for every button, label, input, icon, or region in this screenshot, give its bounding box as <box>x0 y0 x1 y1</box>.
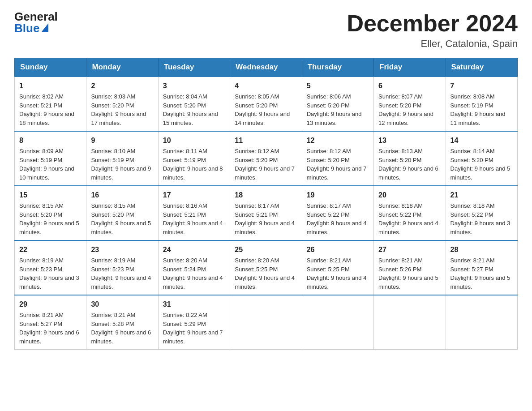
daylight-label: Daylight: 9 hours and 17 minutes. <box>91 111 146 126</box>
sunset-label: Sunset: 5:20 PM <box>163 102 206 109</box>
logo-triangle-icon <box>41 23 48 32</box>
sunset-label: Sunset: 5:27 PM <box>450 266 493 273</box>
empty-cell-w4-d4 <box>302 295 373 350</box>
sunrise-label: Sunrise: 8:21 AM <box>19 312 64 318</box>
day-number: 7 <box>450 81 513 91</box>
day-info: Sunrise: 8:17 AM Sunset: 5:22 PM Dayligh… <box>307 201 369 236</box>
day-info: Sunrise: 8:06 AM Sunset: 5:20 PM Dayligh… <box>307 92 369 127</box>
daylight-label: Daylight: 9 hours and 18 minutes. <box>19 111 74 126</box>
day-info: Sunrise: 8:21 AM Sunset: 5:27 PM Dayligh… <box>450 256 513 291</box>
sunrise-label: Sunrise: 8:08 AM <box>450 93 495 100</box>
day-number: 2 <box>91 81 153 91</box>
header-wednesday: Wednesday <box>230 58 302 77</box>
day-info: Sunrise: 8:21 AM Sunset: 5:26 PM Dayligh… <box>378 256 441 291</box>
day-cell-26: 26 Sunrise: 8:21 AM Sunset: 5:25 PM Dayl… <box>302 240 373 295</box>
day-number: 30 <box>91 299 153 310</box>
sunset-label: Sunset: 5:22 PM <box>450 211 493 218</box>
sunset-label: Sunset: 5:20 PM <box>378 157 421 163</box>
sunrise-label: Sunrise: 8:20 AM <box>163 257 207 264</box>
day-info: Sunrise: 8:02 AM Sunset: 5:21 PM Dayligh… <box>19 92 82 127</box>
header-friday: Friday <box>374 58 446 77</box>
daylight-label: Daylight: 9 hours and 5 minutes. <box>450 274 511 290</box>
day-cell-29: 29 Sunrise: 8:21 AM Sunset: 5:27 PM Dayl… <box>15 295 86 350</box>
day-number: 26 <box>307 244 369 255</box>
sunrise-label: Sunrise: 8:06 AM <box>307 93 351 100</box>
day-cell-14: 14 Sunrise: 8:14 AM Sunset: 5:20 PM Dayl… <box>446 131 517 186</box>
day-number: 5 <box>307 81 369 91</box>
day-cell-12: 12 Sunrise: 8:12 AM Sunset: 5:20 PM Dayl… <box>302 131 373 186</box>
day-info: Sunrise: 8:21 AM Sunset: 5:28 PM Dayligh… <box>91 311 153 346</box>
week-row-1: 1 Sunrise: 8:02 AM Sunset: 5:21 PM Dayli… <box>15 77 518 131</box>
day-number: 22 <box>19 244 82 255</box>
day-info: Sunrise: 8:19 AM Sunset: 5:23 PM Dayligh… <box>91 256 153 291</box>
sunset-label: Sunset: 5:23 PM <box>91 266 134 273</box>
daylight-label: Daylight: 9 hours and 3 minutes. <box>19 274 79 290</box>
sunrise-label: Sunrise: 8:09 AM <box>19 148 64 154</box>
day-number: 12 <box>307 135 369 146</box>
header-saturday: Saturday <box>446 58 517 77</box>
daylight-label: Daylight: 9 hours and 4 minutes. <box>235 274 295 290</box>
daylight-label: Daylight: 9 hours and 6 minutes. <box>19 329 79 345</box>
day-info: Sunrise: 8:04 AM Sunset: 5:20 PM Dayligh… <box>163 92 225 127</box>
day-number: 31 <box>163 299 225 310</box>
day-cell-15: 15 Sunrise: 8:15 AM Sunset: 5:20 PM Dayl… <box>15 186 86 240</box>
day-info: Sunrise: 8:08 AM Sunset: 5:19 PM Dayligh… <box>450 92 513 127</box>
header-sunday: Sunday <box>15 58 86 77</box>
empty-cell-w4-d3 <box>230 295 302 350</box>
day-info: Sunrise: 8:07 AM Sunset: 5:20 PM Dayligh… <box>378 92 441 127</box>
sunset-label: Sunset: 5:25 PM <box>307 266 350 273</box>
day-number: 20 <box>378 190 441 201</box>
day-info: Sunrise: 8:12 AM Sunset: 5:20 PM Dayligh… <box>235 147 297 182</box>
sunrise-label: Sunrise: 8:05 AM <box>235 93 279 100</box>
sunset-label: Sunset: 5:28 PM <box>91 321 134 327</box>
sunrise-label: Sunrise: 8:16 AM <box>163 202 207 209</box>
sunrise-label: Sunrise: 8:03 AM <box>91 93 135 100</box>
sunrise-label: Sunrise: 8:02 AM <box>19 93 64 100</box>
sunset-label: Sunset: 5:21 PM <box>163 211 206 218</box>
calendar-table: SundayMondayTuesdayWednesdayThursdayFrid… <box>14 58 518 350</box>
day-info: Sunrise: 8:16 AM Sunset: 5:21 PM Dayligh… <box>163 201 225 236</box>
daylight-label: Daylight: 9 hours and 6 minutes. <box>378 165 438 181</box>
day-info: Sunrise: 8:18 AM Sunset: 5:22 PM Dayligh… <box>378 201 441 236</box>
header-tuesday: Tuesday <box>158 58 230 77</box>
logo-general-text: General <box>14 11 58 22</box>
day-cell-11: 11 Sunrise: 8:12 AM Sunset: 5:20 PM Dayl… <box>230 131 302 186</box>
daylight-label: Daylight: 9 hours and 7 minutes. <box>235 165 295 181</box>
day-info: Sunrise: 8:19 AM Sunset: 5:23 PM Dayligh… <box>19 256 82 291</box>
daylight-label: Daylight: 9 hours and 5 minutes. <box>91 220 151 235</box>
sunrise-label: Sunrise: 8:11 AM <box>163 148 207 154</box>
empty-cell-w4-d5 <box>374 295 446 350</box>
day-info: Sunrise: 8:22 AM Sunset: 5:29 PM Dayligh… <box>163 311 225 346</box>
daylight-label: Daylight: 9 hours and 4 minutes. <box>307 274 367 290</box>
day-info: Sunrise: 8:21 AM Sunset: 5:25 PM Dayligh… <box>307 256 369 291</box>
daylight-label: Daylight: 9 hours and 5 minutes. <box>378 274 438 290</box>
sunrise-label: Sunrise: 8:07 AM <box>378 93 423 100</box>
sunset-label: Sunset: 5:19 PM <box>91 157 134 163</box>
daylight-label: Daylight: 9 hours and 7 minutes. <box>307 165 367 181</box>
day-cell-18: 18 Sunrise: 8:17 AM Sunset: 5:21 PM Dayl… <box>230 186 302 240</box>
logo: General Blue <box>14 11 58 34</box>
page-header: General Blue December 2024 Eller, Catalo… <box>14 11 518 50</box>
week-row-4: 22 Sunrise: 8:19 AM Sunset: 5:23 PM Dayl… <box>15 240 518 295</box>
day-info: Sunrise: 8:14 AM Sunset: 5:20 PM Dayligh… <box>450 147 513 182</box>
sunrise-label: Sunrise: 8:17 AM <box>235 202 279 209</box>
day-cell-20: 20 Sunrise: 8:18 AM Sunset: 5:22 PM Dayl… <box>374 186 446 240</box>
day-number: 9 <box>91 135 153 146</box>
day-cell-1: 1 Sunrise: 8:02 AM Sunset: 5:21 PM Dayli… <box>15 77 86 131</box>
day-cell-21: 21 Sunrise: 8:18 AM Sunset: 5:22 PM Dayl… <box>446 186 517 240</box>
daylight-label: Daylight: 9 hours and 6 minutes. <box>91 329 151 345</box>
day-number: 24 <box>163 244 225 255</box>
day-info: Sunrise: 8:20 AM Sunset: 5:25 PM Dayligh… <box>235 256 297 291</box>
daylight-label: Daylight: 9 hours and 5 minutes. <box>450 165 511 181</box>
sunset-label: Sunset: 5:29 PM <box>163 321 206 327</box>
day-cell-22: 22 Sunrise: 8:19 AM Sunset: 5:23 PM Dayl… <box>15 240 86 295</box>
day-number: 8 <box>19 135 82 146</box>
day-info: Sunrise: 8:11 AM Sunset: 5:19 PM Dayligh… <box>163 147 225 182</box>
sunrise-label: Sunrise: 8:14 AM <box>450 148 495 154</box>
day-number: 28 <box>450 244 513 255</box>
day-number: 15 <box>19 190 82 201</box>
day-number: 25 <box>235 244 297 255</box>
page-subtitle: Eller, Catalonia, Spain <box>347 38 518 50</box>
day-info: Sunrise: 8:12 AM Sunset: 5:20 PM Dayligh… <box>307 147 369 182</box>
daylight-label: Daylight: 9 hours and 14 minutes. <box>235 111 290 126</box>
